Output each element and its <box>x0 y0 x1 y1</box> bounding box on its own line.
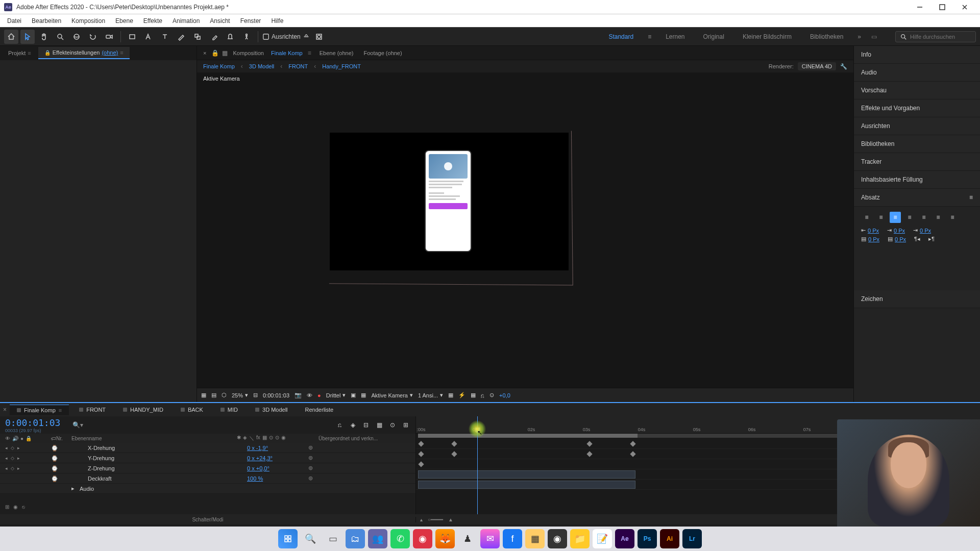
menu-hilfe[interactable]: Hilfe <box>266 15 288 27</box>
shy-icon[interactable]: ⊟ <box>361 420 371 430</box>
comp-lock-icon[interactable]: 🔒 <box>211 49 219 57</box>
file-explorer-icon[interactable]: 📁 <box>570 529 590 548</box>
label-column-icon[interactable]: 🏷 <box>51 436 56 441</box>
messenger-icon[interactable]: ✉ <box>480 529 500 548</box>
after-effects-icon[interactable]: Ae <box>615 529 634 548</box>
app-icon-tree[interactable]: ♟ <box>458 529 477 548</box>
eraser-tool-icon[interactable] <box>207 30 221 44</box>
menu-ansicht[interactable]: Ansicht <box>205 15 235 27</box>
keyframe[interactable] <box>630 451 635 457</box>
illustrator-icon[interactable]: Ai <box>660 529 679 548</box>
rtl-icon[interactable]: ¶◂ <box>914 236 920 242</box>
indent-left[interactable]: ⇤0 Px <box>861 227 879 234</box>
mask-toggle-icon[interactable]: ▦ <box>201 392 206 398</box>
ltr-icon[interactable]: ▸¶ <box>928 236 935 242</box>
text-tool-icon[interactable] <box>158 30 172 44</box>
switch-col-icon[interactable]: ⊙ <box>275 435 279 442</box>
pickwhip-icon[interactable]: ⊚ <box>308 475 313 482</box>
rectangle-tool-icon[interactable] <box>125 30 139 44</box>
graph-editor-icon[interactable]: ⊞ <box>401 420 410 430</box>
workspace-overflow-icon[interactable]: » <box>857 33 861 40</box>
mask-mode-icon[interactable] <box>312 30 326 44</box>
home-tool-icon[interactable] <box>4 30 18 44</box>
rotobrush-tool-icon[interactable] <box>223 30 237 44</box>
space-before[interactable]: ▤0 Px <box>861 236 879 242</box>
layer-z-rotation[interactable]: ◂◇▸ ⌚ Z-Drehung 0 x +0,0° ⊚ <box>0 463 415 473</box>
indent-right[interactable]: ⇥0 Px <box>913 227 931 234</box>
firefox-icon[interactable]: 🦊 <box>435 529 455 548</box>
snapping-toggle[interactable]: Ausrichten <box>262 33 310 40</box>
roi-icon[interactable]: ▣ <box>351 392 356 398</box>
zoom-tool-icon[interactable] <box>53 30 67 44</box>
brush-tool-icon[interactable] <box>174 30 188 44</box>
camera-dropdown[interactable]: Aktive Kamera ▾ <box>371 392 413 398</box>
panel-ausrichten[interactable]: Ausrichten <box>854 117 980 135</box>
resolution-dropdown[interactable]: Drittel ▾ <box>326 392 346 398</box>
obs-icon[interactable]: ◉ <box>548 529 567 548</box>
tl-tab-3dmodell[interactable]: 3D Modell <box>248 405 295 415</box>
prop-value[interactable]: 0 x +0,0° <box>247 465 308 471</box>
zoom-dropdown[interactable]: 25% ▾ <box>232 392 248 398</box>
workspace-reset-icon[interactable]: ▭ <box>871 33 877 40</box>
frameblend-icon[interactable]: ▦ <box>375 420 384 430</box>
minimize-button[interactable] <box>909 0 931 14</box>
tl-toggle-icon[interactable]: ⎋ <box>22 504 25 514</box>
menu-effekte[interactable]: Effekte <box>138 15 167 27</box>
exposure-value[interactable]: +0,0 <box>499 392 510 398</box>
justify-center-icon[interactable]: ≡ <box>918 212 929 223</box>
project-tab[interactable]: Projekt ≡ <box>2 47 37 59</box>
layer-duration-bar[interactable] <box>418 470 635 479</box>
notepad-icon[interactable]: 📝 <box>593 529 612 548</box>
comp-close-icon[interactable]: × <box>201 48 208 58</box>
audio-column-icon[interactable]: 🔊 <box>12 436 18 441</box>
teams-icon[interactable]: 👥 <box>368 529 387 548</box>
align-left-icon[interactable]: ≡ <box>861 212 872 223</box>
workspace-standard[interactable]: Standard <box>604 31 638 42</box>
footage-tab[interactable]: Footage (ohne) <box>361 48 404 58</box>
workspace-lernen[interactable]: Lernen <box>662 31 689 42</box>
tl-tab-back[interactable]: BACK <box>174 405 210 415</box>
stopwatch-icon[interactable]: ⌚ <box>51 445 57 451</box>
tl-tab-finale[interactable]: Finale Komp ≡ <box>10 405 69 415</box>
prop-value[interactable]: 100 % <box>247 475 308 482</box>
panel-effekte[interactable]: Effekte und Vorgaben <box>854 99 980 117</box>
pen-tool-icon[interactable] <box>141 30 156 44</box>
keyframe[interactable] <box>451 451 457 457</box>
align-right-icon[interactable]: ≡ <box>890 212 901 223</box>
facebook-icon[interactable]: f <box>503 529 522 548</box>
prop-value[interactable]: 0 x +24,3° <box>247 455 308 461</box>
layer-x-rotation[interactable]: ◂◇▸ ⌚ X-Drehung 0 x -1,9° ⊚ <box>0 443 415 453</box>
menu-datei[interactable]: Datei <box>2 15 27 27</box>
panel-info[interactable]: Info <box>854 46 980 64</box>
switch-col-icon[interactable]: ▦ <box>262 435 267 442</box>
prop-value[interactable]: 0 x -1,9° <box>247 445 308 451</box>
menu-animation[interactable]: Animation <box>167 15 205 27</box>
tl-toggle-icon[interactable]: ◉ <box>13 504 18 514</box>
timeline-sync-icon[interactable]: ▦ <box>471 392 476 398</box>
wrench-icon[interactable]: 🔧 <box>840 63 847 70</box>
flowchart-icon[interactable]: ⎌ <box>481 392 484 398</box>
draft3d-icon[interactable]: ◈ <box>348 420 357 430</box>
space-after[interactable]: ▤0 Px <box>888 236 906 242</box>
panel-bibliotheken[interactable]: Bibliotheken <box>854 135 980 153</box>
tl-tab-renderliste[interactable]: Renderliste <box>298 405 341 415</box>
stopwatch-icon[interactable]: ⌚ <box>51 465 57 471</box>
grid-toggle-icon[interactable]: ▤ <box>211 392 216 398</box>
layer-y-rotation[interactable]: ◂◇▸ ⌚ Y-Drehung 0 x +24,3° ⊚ <box>0 453 415 463</box>
panel-absatz-header[interactable]: Absatz≡ <box>854 189 980 207</box>
layer-audio[interactable]: ▸ Audio <box>0 484 415 494</box>
tl-tab-front[interactable]: FRONT <box>72 405 113 415</box>
switches-modes-toggle[interactable]: Schalter/Modi <box>0 517 416 522</box>
panel-audio[interactable]: Audio <box>854 64 980 82</box>
timeline-close-icon[interactable]: × <box>3 406 7 413</box>
keyframe[interactable] <box>418 461 424 467</box>
solo-column-icon[interactable]: ● <box>20 436 23 441</box>
task-view-icon[interactable]: ▭ <box>323 529 342 548</box>
camera-tool-icon[interactable] <box>102 30 116 44</box>
pickwhip-icon[interactable]: ⊚ <box>308 444 313 451</box>
switch-col-icon[interactable]: ◈ <box>243 435 247 442</box>
zoom-slider[interactable]: ○━━━━ <box>428 517 443 522</box>
app-icon-red[interactable]: ◉ <box>413 529 432 548</box>
search-taskbar-icon[interactable]: 🔍 <box>301 529 320 548</box>
panel-vorschau[interactable]: Vorschau <box>854 82 980 99</box>
